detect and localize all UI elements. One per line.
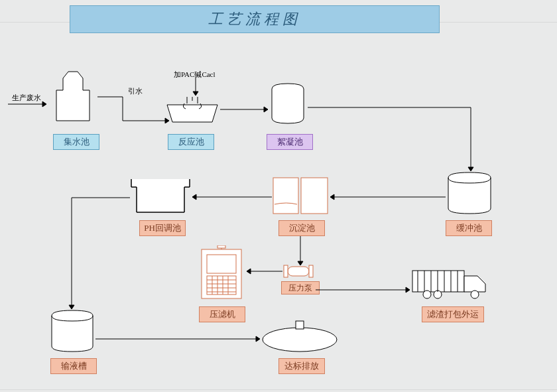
svg-rect-11 [301, 178, 328, 214]
floc-tank-icon [269, 82, 306, 125]
collect-label: 集水池 [53, 134, 99, 150]
collect-tank-icon [50, 70, 96, 122]
diagram-title: 工艺流程图 [208, 9, 301, 29]
pump-icon [282, 264, 314, 279]
discharge-icon [260, 320, 340, 354]
svg-marker-1 [42, 101, 46, 107]
flow-floc-buffer [306, 103, 476, 172]
flow-pump-press [245, 268, 282, 275]
settle-tank-icon [272, 176, 329, 215]
buffer-tank-icon [446, 171, 493, 215]
ph-tank-icon [130, 178, 191, 215]
svg-marker-36 [406, 287, 410, 293]
buffer-label: 缓冲池 [446, 220, 492, 236]
svg-rect-23 [207, 255, 236, 273]
slag-out-label: 滤渣打包外运 [422, 306, 484, 322]
svg-rect-34 [217, 245, 225, 248]
title-bar: 工艺流程图 [70, 5, 440, 33]
flow-settle-ph [191, 194, 272, 200]
discharge-label: 达标排放 [278, 358, 325, 374]
reaction-label: 反应池 [168, 134, 214, 150]
svg-marker-21 [247, 269, 251, 274]
svg-point-40 [471, 291, 479, 298]
pump-label: 压力泵 [281, 281, 320, 294]
flow-reaction-floc [220, 106, 268, 113]
flow-buffer-settle [329, 194, 446, 200]
flow-ph-sludge [66, 196, 133, 310]
sludge-tank-icon [49, 309, 95, 353]
svg-rect-10 [273, 178, 298, 214]
svg-rect-19 [309, 265, 313, 277]
press-label: 压滤机 [199, 306, 245, 322]
reaction-pool-icon [164, 96, 220, 125]
svg-rect-51 [296, 321, 304, 329]
flow-sludge-discharge [95, 336, 260, 342]
svg-rect-37 [412, 271, 464, 292]
truck-icon [411, 267, 491, 300]
ph-label: PH回调池 [139, 220, 186, 236]
svg-marker-6 [264, 107, 268, 112]
add-water-label: 引水 [128, 86, 143, 96]
settle-label: 沉淀池 [278, 220, 325, 236]
flow-collect-reaction [96, 96, 169, 123]
svg-marker-13 [192, 194, 196, 200]
svg-rect-18 [284, 265, 288, 277]
svg-point-50 [263, 328, 337, 352]
flow-press-truck [316, 287, 410, 293]
svg-rect-17 [288, 267, 309, 276]
arrow-input [8, 101, 46, 107]
svg-marker-9 [330, 194, 334, 200]
flow-chem-down [192, 77, 199, 96]
sludge-tank-label: 输液槽 [50, 358, 97, 374]
press-icon [198, 245, 245, 302]
flow-settle-pump [297, 236, 304, 265]
